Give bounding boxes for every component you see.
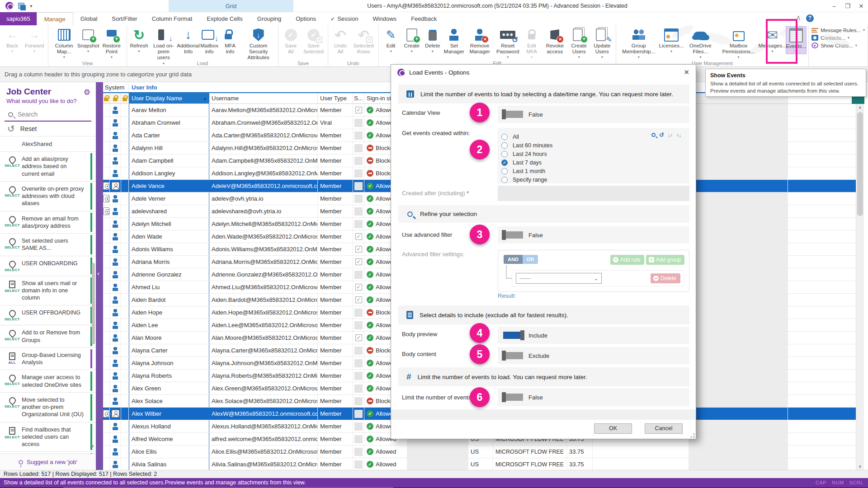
limit-events-toggle[interactable] — [503, 394, 523, 401]
checkbox[interactable]: ✓ — [355, 284, 362, 291]
undo-selected-rows-button[interactable]: Selected Rows ▾ — [351, 26, 377, 55]
radio-option[interactable]: Last 24 hours — [501, 150, 689, 158]
job-item[interactable]: SELECT Remove an email from alias/proxy … — [0, 211, 96, 234]
ribbon-tab[interactable]: ✓ Feedback — [404, 12, 444, 25]
mailbox-info-button[interactable]: Mailbox info ▾ — [199, 26, 220, 55]
job-item[interactable]: SELECT Set selected users SAME AS... — [0, 234, 96, 256]
grid-vertical-scrollbar[interactable]: ▲ ▼ — [856, 104, 864, 470]
lock-column-header[interactable] — [103, 93, 110, 103]
remove-manager-button[interactable]: Remove Manager ▾ — [465, 26, 494, 55]
set-manager-button[interactable]: Set Manager ▾ — [443, 26, 465, 55]
header-username[interactable]: Username — [209, 93, 318, 103]
body-content-toggle[interactable] — [503, 352, 523, 359]
mailbox-permissions-button[interactable]: Mailbox Permissions... ▾ — [718, 26, 760, 59]
ok-button[interactable]: OK — [594, 423, 632, 434]
save-selected-button[interactable]: Save Selected ▾ — [301, 26, 326, 55]
radio-option[interactable]: Last 60 minutes — [501, 141, 689, 150]
save-all-button[interactable]: Save All ▾ — [280, 26, 301, 55]
header-user-display-name[interactable]: User Display Name▲ — [129, 93, 209, 103]
lock-column-header[interactable] — [110, 93, 121, 103]
show-chats-button[interactable]: Show Chats... ▾ — [811, 42, 865, 48]
contacts-button[interactable]: Contacts... ▾ — [811, 35, 865, 41]
create-users-button[interactable]: Create Users ▾ — [568, 26, 590, 59]
message-rules-button[interactable]: Message Rules... ▾ — [811, 27, 865, 33]
job-item[interactable]: SELECT USER ONBOARDING — [0, 256, 96, 276]
job-item[interactable]: SELECT Manage user access to selected On… — [0, 370, 96, 393]
update-users-button[interactable]: Update Users ▾ — [590, 26, 614, 59]
job-item[interactable]: SELECT Overwrite on-prem proxy addresses… — [0, 182, 96, 211]
events-button[interactable]: Events... ▾ — [786, 26, 807, 54]
or-button[interactable]: OR — [523, 255, 538, 264]
quick-access-caret-icon[interactable]: ▾ — [30, 3, 33, 9]
search-icon[interactable] — [651, 133, 656, 137]
rule-field-select[interactable]: ------⌄ — [516, 273, 602, 284]
cancel-button[interactable]: Cancel — [645, 423, 683, 434]
scroll-up-icon[interactable]: ▲ — [858, 105, 862, 109]
refresh-button[interactable]: Refresh ▾ — [129, 26, 150, 53]
header-s[interactable]: S... — [353, 93, 364, 103]
checkbox[interactable]: ✓ — [355, 233, 362, 240]
contextual-tab-banner[interactable]: Grid — [169, 0, 293, 12]
scrollbar-thumb[interactable] — [857, 112, 863, 216]
sidebar-scrollbar[interactable] — [91, 249, 96, 439]
ribbon-tab[interactable]: ✓ Options — [288, 12, 323, 25]
ribbon-tab[interactable]: ✓ sapio365 — [0, 12, 37, 25]
refine-selection-bar[interactable]: Refine your selection — [398, 205, 689, 223]
suggest-new-job-button[interactable]: Suggest a new 'job' — [0, 454, 96, 470]
restore-point-button[interactable]: Restore Point ▾ — [99, 26, 124, 59]
licenses-button[interactable]: Licenses... ▾ — [660, 26, 684, 53]
onedrive-files-button[interactable]: OneDrive Files... ▾ — [683, 26, 717, 59]
job-item[interactable]: ALL Group-Based Licensing Analysis — [0, 348, 96, 371]
mfa-info-button[interactable]: MFA info ▾ — [220, 26, 241, 55]
ribbon-tab[interactable]: ✓ Grouping — [250, 12, 288, 25]
minimize-button[interactable]: – — [831, 3, 837, 9]
load-onprem-users-button[interactable]: Load on-prem users ▾ — [150, 26, 178, 66]
close-button[interactable]: ✕ — [858, 3, 864, 9]
column-map-button[interactable]: Column Map... ▾ — [50, 26, 78, 59]
reset-password-button[interactable]: Reset Password ▾ — [494, 26, 521, 59]
sidebar-collapse-strip[interactable]: ‹ — [96, 82, 103, 470]
dialog-titlebar[interactable]: Load Events - Options — [391, 65, 696, 80]
create-button[interactable]: Create ▾ — [401, 26, 422, 53]
job-item[interactable]: SELECT Show all users mail or domain inf… — [0, 276, 96, 306]
delete-button[interactable]: Delete ▾ — [422, 26, 443, 53]
layers-icon[interactable] — [18, 3, 24, 9]
ribbon-tab[interactable]: ✓ Global — [73, 12, 105, 25]
job-item[interactable]: SELECT Add an alias/proxy address based … — [0, 152, 96, 182]
job-item[interactable]: SELECT Add to or Remove from Groups — [0, 325, 96, 348]
delete-rule-button[interactable]: Delete — [651, 273, 680, 283]
lock-column-header[interactable] — [121, 93, 129, 103]
radio-option[interactable]: Last 7 days — [501, 158, 689, 167]
calendar-view-toggle[interactable] — [503, 111, 523, 118]
job-item[interactable]: SELECT Move selected to another on-prem … — [0, 393, 96, 422]
radio-group-tools[interactable]: ↺ ↓↑ ↑↓ — [651, 131, 681, 138]
messages-button[interactable]: Messages... ▾ — [760, 26, 786, 53]
custom-security-attributes-button[interactable]: Custom Security Attributes ▾ — [241, 26, 276, 61]
group-membership-button[interactable]: Group Membership... ▾ — [618, 26, 660, 59]
job-item[interactable]: SELECT Find mailboxes that selected user… — [0, 422, 96, 452]
body-preview-toggle[interactable] — [503, 332, 523, 339]
checkbox[interactable]: ✓ — [355, 296, 362, 303]
undo-icon[interactable]: ↺ — [659, 131, 664, 138]
forward-button[interactable]: Forward ▾ — [23, 26, 46, 53]
maximize-button[interactable]: ❐ — [844, 3, 851, 9]
snapshot-button[interactable]: Snapshot ▾ — [78, 26, 99, 53]
job-item[interactable]: SELECT USER OFFBOARDING — [0, 305, 96, 325]
help-icon[interactable]: ? — [806, 14, 814, 22]
undo-all-button[interactable]: Undo All ▾ — [330, 26, 351, 55]
resize-grip[interactable] — [690, 433, 695, 438]
header-user-type[interactable]: User Type — [318, 93, 353, 103]
ribbon-tab[interactable]: ✓ Explode Cells — [199, 12, 250, 25]
back-button[interactable]: Back ▾ — [2, 26, 23, 53]
sort-descending-icon[interactable]: ↑↓ — [676, 132, 681, 138]
gear-icon[interactable]: ⚙ — [84, 88, 90, 97]
created-after-field[interactable] — [498, 186, 689, 201]
checkbox[interactable]: ✓ — [355, 334, 362, 341]
sort-ascending-icon[interactable]: ↓↑ — [668, 132, 673, 138]
advanced-filter-toggle[interactable] — [503, 231, 523, 239]
revoke-access-button[interactable]: Revoke access ▾ — [542, 26, 567, 55]
reset-button[interactable]: ↺ Reset — [0, 122, 96, 136]
table-row[interactable]: Alivia Salinas Alivia.Salinas@M365x85832… — [103, 458, 856, 470]
dialog-close-icon[interactable]: ✕ — [684, 68, 689, 76]
and-button[interactable]: AND — [504, 255, 523, 264]
